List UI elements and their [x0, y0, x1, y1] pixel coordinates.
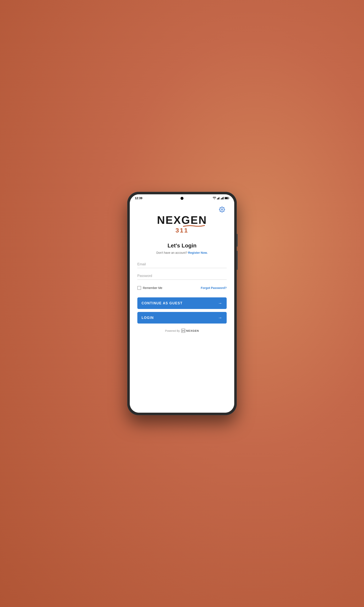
svg-rect-6 [222, 197, 223, 199]
status-bar: 12:39 [130, 194, 234, 201]
logo-311: 311 [175, 227, 189, 234]
register-prompt-text: Don't have an account? [156, 251, 187, 254]
signal-icon [217, 197, 220, 199]
remember-me-checkbox[interactable] [137, 286, 141, 290]
app-content: NEXGEN 311 Let's Login Don't have an acc… [130, 201, 234, 413]
logo-container: NEXGEN 311 [157, 214, 207, 234]
svg-rect-7 [223, 197, 224, 199]
swoosh-icon [181, 225, 207, 227]
nexgen-wordmark: NEXGEN [157, 214, 207, 226]
powered-nexgen-logo: NEXGEN [181, 329, 199, 333]
nexgen-text: NEXGEN [157, 214, 207, 226]
camera-notch [181, 197, 183, 200]
continue-as-guest-label: CONTINUE AS GUEST [142, 301, 183, 305]
battery-icon [224, 197, 229, 199]
svg-rect-2 [219, 197, 219, 199]
svg-rect-0 [217, 198, 218, 199]
remember-me-text: Remember Me [143, 286, 162, 290]
svg-rect-5 [221, 198, 222, 199]
svg-rect-10 [225, 198, 228, 199]
password-group [137, 272, 227, 280]
powered-brand-text: NEXGEN [186, 329, 199, 332]
email-group [137, 261, 227, 268]
svg-rect-3 [220, 197, 220, 199]
svg-rect-1 [218, 198, 219, 199]
login-button[interactable]: LOGIN → [137, 312, 227, 324]
volume-button [237, 251, 238, 270]
status-time: 12:39 [135, 197, 143, 200]
power-button [237, 234, 238, 247]
register-prompt: Don't have an account? Register Now. [137, 251, 227, 254]
login-title: Let's Login [137, 242, 227, 249]
svg-point-11 [221, 209, 223, 210]
bars-icon [221, 197, 224, 199]
gear-icon [219, 207, 225, 212]
svg-rect-4 [221, 198, 221, 199]
email-input[interactable] [137, 261, 227, 268]
forgot-password-link[interactable]: Forgot Password? [201, 286, 227, 290]
nexgen-mini-logo-icon [181, 329, 185, 333]
svg-rect-9 [229, 198, 229, 199]
register-now-link[interactable]: Register Now. [188, 251, 208, 254]
continue-as-guest-button[interactable]: CONTINUE AS GUEST → [137, 297, 227, 309]
login-form: Remember Me Forgot Password? [137, 261, 227, 297]
login-label: LOGIN [142, 316, 154, 320]
remember-me-label[interactable]: Remember Me [137, 286, 162, 290]
powered-by-text: Powered By [165, 329, 180, 332]
guest-arrow-icon: → [218, 301, 223, 306]
checkbox-row: Remember Me Forgot Password? [137, 286, 227, 290]
phone-screen: 12:39 [130, 194, 234, 413]
logo-section: NEXGEN 311 [137, 214, 227, 234]
status-icons [213, 197, 229, 199]
login-arrow-icon: → [218, 315, 223, 320]
password-input[interactable] [137, 272, 227, 280]
phone-frame: 12:39 [127, 192, 237, 415]
svg-rect-12 [181, 329, 185, 333]
wifi-icon [213, 197, 216, 199]
powered-by-section: Powered By NEXGEN [137, 329, 227, 333]
